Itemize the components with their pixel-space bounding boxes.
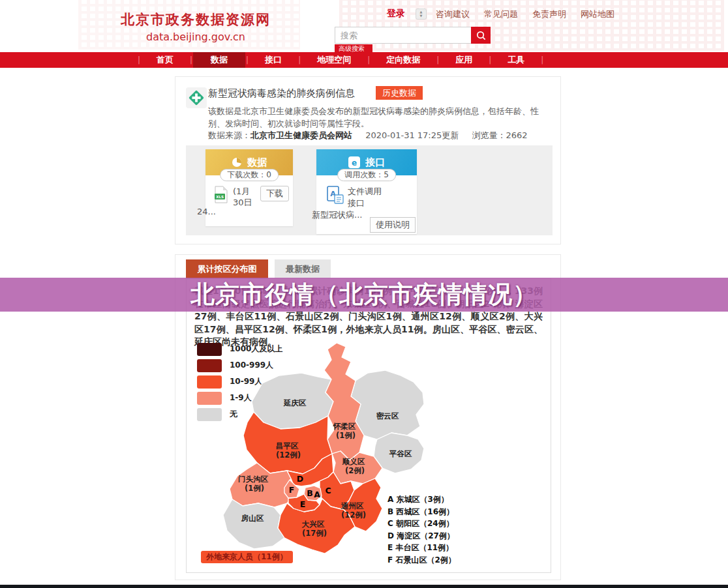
dataset-meta-row: 数据来源：北京市卫生健康委员会网站 2020-01-31 17:25更新 浏览量… [208,130,528,141]
district-legend-item: D 海淀区（27例） [387,530,456,542]
nav-separator: | [246,55,249,65]
svg-text:XLS: XLS [216,195,224,199]
nav-item-tools[interactable]: 工具 [492,52,540,68]
login-link[interactable]: 登录 [387,8,405,20]
tab-latest-data[interactable]: 最新数据 [275,259,331,278]
district-letter-legend: A 东城区（3例） B 西城区（16例） C 朝阳区（24例） D 海淀区（27… [387,493,456,566]
api-badge-icon: e [348,156,360,168]
nav-separator: | [367,55,370,65]
nav-separator: | [138,55,140,65]
font-size-stepper-icon[interactable]: ▲▼ [416,8,427,20]
top-utility-links: 咨询建议 常见问题 免责声明 网站地图 [436,8,614,20]
nav-item-apps[interactable]: 应用 [440,52,488,68]
search-icon [476,30,487,41]
district-legend-item: C 朝阳区（24例） [387,518,456,530]
outside-beijing-badge: 外地来京人员（11例） [201,551,293,563]
link-sitemap[interactable]: 网站地图 [581,8,614,20]
search-button[interactable] [471,27,491,44]
map-label-shunyi: 顺义区 (2例) [342,457,368,475]
district-miyun [351,370,424,439]
map-label-miyun: 密云区 [376,411,399,420]
download-count-pill: 下载次数：0 [220,169,279,181]
file-api-icon: A [327,186,344,205]
nav-separator: | [541,55,543,65]
district-legend-item: E 丰台区（11例） [387,542,456,554]
source-name: 北京市卫生健康委员会网站 [250,130,352,140]
api-box: e 接口 调用次数：5 A 文件调用 接口 新型冠状病... 使用说明 [316,149,417,234]
district-legend-item: B 西城区（16例） [387,506,456,518]
site-logo-domain: data.beijing.gov.cn [98,31,294,43]
link-consult[interactable]: 咨询建议 [436,8,470,20]
api-file-label-line1: 文件调用 [348,186,395,198]
distribution-content: 截至1月30日24时，北京市累计确诊病例139例（其中死亡1例，出院5例），13… [186,278,551,573]
svg-text:e: e [352,158,357,168]
map-letter-F: F [289,485,295,495]
map-label-fangshan: 房山区 [241,514,264,523]
nav-separator: | [436,55,439,65]
pie-chart-icon [232,157,242,168]
api-file-label-line2: 接口 [348,198,395,209]
nav-separator: | [190,55,192,65]
nav-item-geospace[interactable]: 地理空间 [301,52,367,68]
source-label: 数据来源： [208,130,250,140]
link-disclaimer[interactable]: 免责声明 [532,8,566,20]
search-input[interactable] [335,27,471,44]
nav-item-data[interactable]: 数据 [193,52,245,68]
map-label-huairou: 怀柔区 (1例) [333,422,359,440]
api-box-title: 接口 [365,156,385,169]
file-name-overflow: 24... [197,207,216,216]
map-letter-A: A [314,490,320,499]
file-date-text: (1月 30日 [233,186,262,208]
nav-separator: | [489,55,491,65]
medical-cross-icon [187,88,206,108]
usage-instructions-button[interactable]: 使用说明 [370,217,416,233]
map-label-tongzhou: 通州区 (12例) [341,501,367,520]
history-data-badge: 历史数据 [376,86,423,100]
bottom-edge-bar [0,585,728,588]
site-logo-title: 北京市政务数据资源网 [98,10,294,29]
map-label-changping: 昌平区 (12例) [276,441,301,460]
updated-time: 2020-01-31 17:25更新 [365,130,459,140]
view-count: 浏览量：2662 [472,130,527,140]
dataset-card: 新型冠状病毒感染的肺炎病例信息 历史数据 该数据是北京市卫生健康委员会发布的新型… [175,76,561,244]
map-label-pinggu: 平谷区 [389,449,412,458]
api-name-overflow: 新型冠状病... [312,209,362,221]
call-count-pill: 调用次数：5 [337,169,396,181]
download-button[interactable]: 下载 [260,186,289,201]
site-logo[interactable]: 北京市政务数据资源网 data.beijing.gov.cn [98,10,294,43]
dataset-title: 新型冠状病毒感染的肺炎病例信息 [208,87,355,100]
dataset-description: 该数据是北京市卫生健康委员会发布的新型冠状病毒感染的肺炎病例信息，包括年龄、性别… [208,105,543,130]
download-api-panel: 数据 下载次数：0 XLS (1月 30日 下载 24... e 接口 调用 [186,145,553,235]
district-legend-item: F 石景山区（2例） [387,554,456,566]
data-download-box: 数据 下载次数：0 XLS (1月 30日 下载 24... [205,149,293,226]
xls-file-icon: XLS [214,186,228,203]
nav-item-home[interactable]: 首页 [141,52,189,68]
data-box-title: 数据 [247,156,267,169]
map-label-yanqing: 延庆区 [283,398,307,407]
map-letter-D: D [297,474,303,484]
main-navbar: | 首页 | 数据 | 接口 | 地理空间 | 定向数据 | 应用 | 工具 | [0,52,728,68]
advanced-search-tag[interactable]: 高级搜索 [335,44,372,52]
api-file-label: 文件调用 接口 [348,186,395,209]
tab-cumulative-distribution[interactable]: 累计按区分布图 [186,259,268,278]
map-label-daxing: 大兴区 (17例) [301,520,327,538]
link-faq[interactable]: 常见问题 [484,8,518,20]
search-bar [335,27,491,44]
nav-separator: | [298,55,301,65]
image-watermark-banner: 北京市役情（北京市疾情情况） [0,278,728,312]
map-letter-C: C [325,486,331,495]
district-legend-item: A 东城区（3例） [387,493,456,506]
dataset-icon-box [186,87,207,108]
nav-item-targeted-data[interactable]: 定向数据 [371,52,436,68]
nav-item-api[interactable]: 接口 [249,52,297,68]
map-letter-B: B [307,488,313,498]
map-letter-E: E [300,499,306,509]
